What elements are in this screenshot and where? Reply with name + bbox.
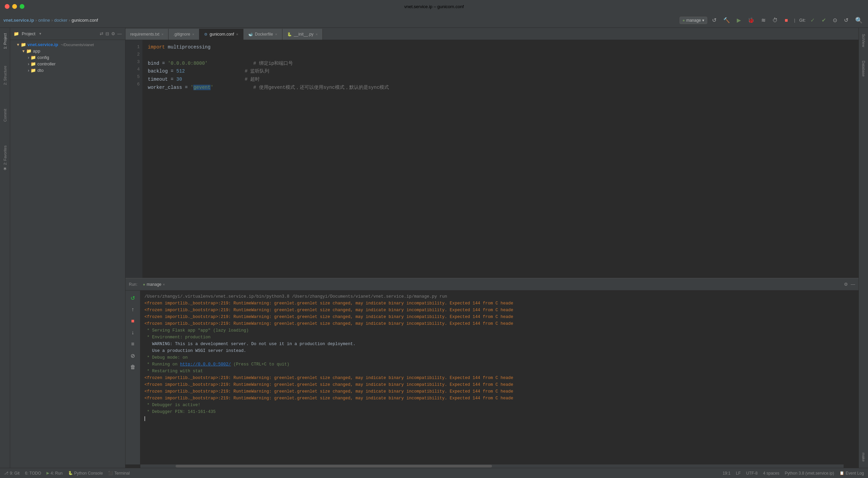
editor-content[interactable]: 1 2 3 4 5 6 import multiprocessing bind … <box>125 40 859 278</box>
tab-gunicorn[interactable]: ⚙ gunicorn.conf × <box>199 29 243 40</box>
debug-button[interactable]: 🐞 <box>746 16 756 24</box>
sidebar-item-favorites[interactable]: ★ 2: Favorites <box>1 143 9 174</box>
tree-item-controller[interactable]: › 📁 controller <box>10 61 125 67</box>
tab-requirements-close[interactable]: × <box>161 32 163 36</box>
collapse-icon[interactable]: ⊟ <box>105 31 109 36</box>
tree-item-app[interactable]: ▾ 📁 app <box>10 48 125 54</box>
statusbar-python-console[interactable]: 🐍 Python Console <box>68 471 103 476</box>
run-scroll-down-button[interactable]: ↓ <box>128 328 138 337</box>
tab-gitignore-close[interactable]: × <box>192 32 194 36</box>
dto-chevron: › <box>28 68 29 73</box>
breadcrumb-item-0[interactable]: vnet.service.ip <box>3 18 34 23</box>
sidebar-item-structure[interactable]: 2: Structure <box>2 63 8 88</box>
statusbar-event-log[interactable]: 📋 Event Log <box>840 471 864 476</box>
git-undo[interactable]: ↺ <box>842 16 850 24</box>
root-path: ~/Documents/vianet <box>61 43 94 47</box>
run-output[interactable]: /Users/zhangyi/.virtualenvs/vnet.service… <box>140 291 859 464</box>
breadcrumb-item-3[interactable]: gunicorn.conf <box>72 18 98 23</box>
sidebar-item-project[interactable]: 1: Project <box>2 31 8 52</box>
statusbar-python-version-value: Python 3.8 (vnet.service.ip) <box>785 471 834 476</box>
statusbar-terminal[interactable]: ⬛ Terminal <box>108 471 130 476</box>
close-panel-icon[interactable]: — <box>117 31 122 36</box>
statusbar-git-label: 9: Git <box>10 471 20 476</box>
statusbar-run[interactable]: ▶ 4: Run <box>46 471 62 476</box>
code-line-2 <box>148 52 853 60</box>
profile-button[interactable]: ⏱ <box>770 17 780 24</box>
settings-icon[interactable]: ⚙ <box>111 31 115 36</box>
tab-init-close[interactable]: × <box>316 32 318 36</box>
git-check1[interactable]: ✓ <box>808 16 817 24</box>
statusbar-indent[interactable]: 4 spaces <box>763 471 780 476</box>
run-command-line: /Users/zhangyi/.virtualenvs/vnet.service… <box>144 293 854 300</box>
line-numbers: 1 2 3 4 5 6 <box>125 40 142 278</box>
right-tab-sciview[interactable]: SciView <box>860 31 867 51</box>
run-wrap-button[interactable]: ≡ <box>128 339 138 349</box>
right-tab-make[interactable]: make <box>860 449 867 465</box>
run-tab-manage[interactable]: ● manage × <box>140 282 167 287</box>
coverage-button[interactable]: ≋ <box>759 16 768 24</box>
tab-dockerfile-close[interactable]: × <box>275 32 277 36</box>
tab-requirements-label: requirements.txt <box>130 32 159 37</box>
tab-dockerfile-label: Dockerfile <box>255 32 273 37</box>
right-tab-database[interactable]: Database <box>860 57 867 80</box>
code-area[interactable]: import multiprocessing bind = '0.0.0.0:8… <box>142 40 859 278</box>
tree-root[interactable]: ▾ 📁 vnet.service.ip ~/Documents/vianet <box>10 41 125 48</box>
manage-dropdown[interactable]: ● manage ▾ <box>679 17 708 24</box>
run-scroll-up-button[interactable]: ↑ <box>128 305 138 314</box>
run-output-line-11: <frozen importlib._bootstrap>:219: Runti… <box>144 375 854 381</box>
run-minimize-icon[interactable]: — <box>851 282 855 287</box>
git-check2[interactable]: ✔ <box>820 16 828 24</box>
run-settings-icon[interactable]: ⚙ <box>844 282 848 287</box>
git-history[interactable]: ⊙ <box>831 16 839 24</box>
run-tab-label: manage <box>147 282 161 287</box>
run-stop-button[interactable]: ■ <box>128 316 138 326</box>
run-clear-button[interactable]: 🗑 <box>128 362 138 372</box>
run-tab-close[interactable]: × <box>163 282 165 286</box>
run-controls: ↺ ↑ ■ ↓ ≡ ⊘ 🗑 <box>125 291 140 464</box>
stop-button[interactable]: ■ <box>783 17 790 24</box>
editor-area: requirements.txt × .gitignore × ⚙ gunico… <box>125 28 859 468</box>
statusbar-lf-value: LF <box>736 471 741 476</box>
tab-gunicorn-close[interactable]: × <box>236 32 238 36</box>
statusbar-git[interactable]: ⎇ 9: Git <box>4 471 20 476</box>
run-rerun-button[interactable]: ↺ <box>128 293 138 303</box>
search-button[interactable]: 🔍 <box>853 16 865 25</box>
run-scrollbar-thumb[interactable] <box>176 465 492 467</box>
statusbar-line-ending[interactable]: LF <box>736 471 741 476</box>
sync-icon[interactable]: ⇄ <box>100 31 103 36</box>
breadcrumb-item-1[interactable]: online <box>38 18 50 23</box>
statusbar-right: 19:1 LF UTF-8 4 spaces Python 3.8 (vnet.… <box>723 471 864 476</box>
tab-gitignore[interactable]: .gitignore × <box>169 29 199 40</box>
run-scrollbar-h[interactable] <box>140 464 844 468</box>
project-panel: 📁 Project ▾ ⇄ ⊟ ⚙ — ▾ 📁 vnet.service.ip … <box>10 28 125 468</box>
breadcrumb-item-2[interactable]: docker <box>54 18 67 23</box>
run-link[interactable]: http://0.0.0.0:5002/ <box>180 362 231 367</box>
run-output-line-5: * Environment: production <box>144 334 854 341</box>
run-header: Run: ● manage × ⚙ — <box>125 278 859 291</box>
statusbar-position[interactable]: 19:1 <box>723 471 730 476</box>
run-filter-button[interactable]: ⊘ <box>128 351 138 360</box>
statusbar-python-console-label: Python Console <box>74 471 103 476</box>
tab-bar: requirements.txt × .gitignore × ⚙ gunico… <box>125 28 859 40</box>
maximize-button[interactable] <box>20 4 24 9</box>
build-button[interactable]: 🔨 <box>721 16 732 24</box>
main-layout: 1: Project 2: Structure Commit ★ 2: Favo… <box>0 28 868 468</box>
tab-init[interactable]: 🐍 __init__.py × <box>282 29 323 40</box>
statusbar-python-version[interactable]: Python 3.8 (vnet.service.ip) <box>785 471 834 476</box>
sidebar-item-commit[interactable]: Commit <box>2 106 8 124</box>
run-icon-btn[interactable]: ▶ <box>735 16 743 24</box>
tree-item-dto[interactable]: › 📁 dto <box>10 67 125 74</box>
tab-gunicorn-label: gunicorn.conf <box>210 32 234 37</box>
traffic-lights <box>5 4 24 9</box>
statusbar-encoding[interactable]: UTF-8 <box>746 471 758 476</box>
tree-item-config[interactable]: › 📁 config <box>10 54 125 61</box>
code-line-3: bind = '0.0.0.0:8000' # 绑定ip和端口号 <box>148 60 853 68</box>
tab-requirements[interactable]: requirements.txt × <box>125 29 169 40</box>
statusbar-todo[interactable]: 6: TODO <box>25 471 41 476</box>
minimize-button[interactable] <box>12 4 17 9</box>
refresh-button[interactable]: ↺ <box>710 16 718 24</box>
tab-dockerfile[interactable]: 🐋 Dockerfile × <box>243 29 282 40</box>
close-button[interactable] <box>5 4 9 9</box>
statusbar-todo-label: 6: TODO <box>25 471 41 476</box>
run-output-line-13: <frozen importlib._bootstrap>:219: Runti… <box>144 388 854 395</box>
